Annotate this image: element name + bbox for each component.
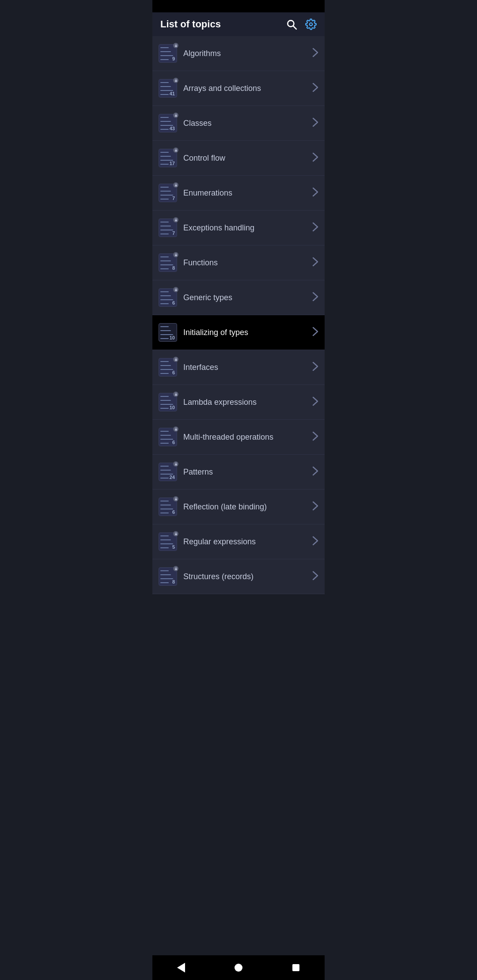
svg-rect-3 [175,45,177,47]
lock-icon [173,496,178,501]
chevron-right-icon [312,222,318,234]
svg-rect-10 [175,290,177,291]
lock-icon [173,357,178,362]
search-icon[interactable] [286,19,297,30]
svg-rect-13 [175,429,177,431]
chevron-right-icon [312,396,318,408]
lock-icon [173,287,178,292]
chevron-right-icon [312,292,318,304]
topic-badge-patterns: 24 [159,463,177,481]
list-item-regex[interactable]: 5 Regular expressions [152,524,325,559]
topic-list: 9 Algorithms 41 Arrays and collections 4… [152,36,325,955]
lock-icon [173,113,178,118]
svg-rect-8 [175,220,177,222]
lock-icon [173,217,178,222]
recents-button[interactable] [287,959,305,976]
settings-icon[interactable] [305,19,317,30]
lock-icon [173,531,178,536]
chevron-right-icon [312,362,318,373]
svg-rect-5 [175,115,177,117]
lock-icon [173,252,178,257]
svg-rect-15 [175,499,177,501]
topic-badge-enumerations: 7 [159,184,177,202]
list-item-interfaces[interactable]: 6 Interfaces [152,350,325,385]
list-item-initializing[interactable]: 10Initializing of types [152,315,325,350]
svg-rect-17 [175,569,177,570]
back-button[interactable] [172,959,190,976]
lock-icon [173,43,178,48]
chevron-right-icon [312,536,318,548]
topic-label-reflection: Reflection (late binding) [183,502,309,512]
topic-badge-multithreaded: 6 [159,428,177,446]
svg-point-2 [310,23,313,26]
svg-rect-16 [175,534,177,535]
topic-badge-regex: 5 [159,532,177,551]
lock-icon [173,392,178,397]
list-item-reflection[interactable]: 6 Reflection (late binding) [152,490,325,524]
topic-label-interfaces: Interfaces [183,363,309,372]
list-item-enumerations[interactable]: 7 Enumerations [152,176,325,211]
svg-rect-12 [175,394,177,396]
lock-icon [173,182,178,188]
svg-rect-6 [175,150,177,152]
topic-label-multithreaded: Multi-threaded operations [183,433,309,442]
chevron-right-icon [312,571,318,583]
page-title: List of topics [160,19,221,30]
topic-badge-interfaces: 6 [159,358,177,377]
topic-label-lambda: Lambda expressions [183,398,309,407]
list-item-multithreaded[interactable]: 6 Multi-threaded operations [152,420,325,455]
list-item-functions[interactable]: 8 Functions [152,245,325,280]
topic-badge-functions: 8 [159,253,177,272]
recents-icon [292,964,299,971]
lock-icon [173,426,178,432]
header-actions [286,19,317,30]
topic-label-initializing: Initializing of types [183,328,309,337]
topic-badge-reflection: 6 [159,498,177,516]
chevron-right-icon [312,257,318,269]
topic-label-generic-types: Generic types [183,293,309,302]
status-bar [152,0,325,12]
topic-badge-lambda: 10 [159,393,177,411]
lock-icon [173,461,178,467]
list-item-control-flow[interactable]: 17 Control flow [152,141,325,176]
topic-badge-arrays: 41 [159,79,177,98]
topic-label-enumerations: Enumerations [183,188,309,198]
topic-label-regex: Regular expressions [183,537,309,547]
svg-line-1 [293,26,296,29]
app-header: List of topics [152,12,325,36]
list-item-classes[interactable]: 43 Classes [152,106,325,141]
svg-rect-9 [175,255,177,256]
chevron-right-icon [312,327,318,339]
chevron-right-icon [312,48,318,60]
list-item-lambda[interactable]: 10 Lambda expressions [152,385,325,420]
lock-icon [173,566,178,571]
back-icon [177,963,185,972]
list-item-patterns[interactable]: 24 Patterns [152,455,325,490]
chevron-right-icon [312,117,318,129]
lock-icon [173,78,178,83]
chevron-right-icon [312,187,318,199]
topic-badge-generic-types: 6 [159,288,177,307]
topic-badge-classes: 43 [159,114,177,132]
topic-label-structures: Structures (records) [183,572,309,581]
topic-label-exceptions: Exceptions handling [183,223,309,233]
topic-badge-initializing: 10 [159,323,177,342]
topic-badge-control-flow: 17 [159,149,177,167]
chevron-right-icon [312,501,318,513]
list-item-algorithms[interactable]: 9 Algorithms [152,36,325,71]
topic-label-patterns: Patterns [183,467,309,477]
chevron-right-icon [312,466,318,478]
topic-badge-exceptions: 7 [159,219,177,237]
list-item-generic-types[interactable]: 6 Generic types [152,280,325,315]
chevron-right-icon [312,431,318,443]
list-item-arrays[interactable]: 41 Arrays and collections [152,71,325,106]
list-item-exceptions[interactable]: 7 Exceptions handling [152,211,325,245]
topic-label-classes: Classes [183,119,309,128]
topic-label-control-flow: Control flow [183,154,309,163]
chevron-right-icon [312,152,318,164]
list-item-structures[interactable]: 8 Structures (records) [152,559,325,594]
home-button[interactable] [230,959,247,976]
chevron-right-icon [312,83,318,94]
topic-label-arrays: Arrays and collections [183,84,309,93]
svg-rect-11 [175,359,177,361]
